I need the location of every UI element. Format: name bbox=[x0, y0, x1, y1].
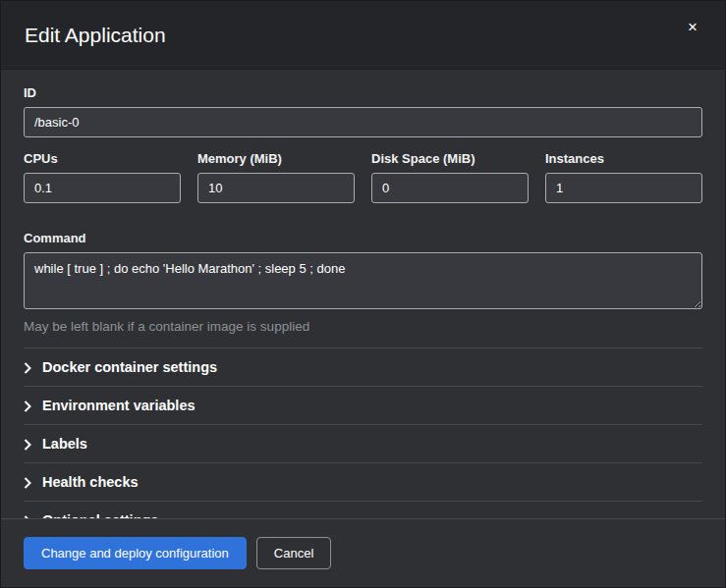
section-environment-variables[interactable]: Environment variables bbox=[24, 386, 702, 424]
modal-body: ID CPUs Memory (MiB) Disk Space (MiB) In… bbox=[1, 70, 725, 518]
command-field-group: Command while [ true ] ; do echo 'Hello … bbox=[24, 231, 702, 334]
instances-input[interactable] bbox=[545, 173, 702, 203]
modal-footer: Change and deploy configuration Cancel bbox=[1, 518, 725, 587]
section-label: Labels bbox=[42, 436, 87, 452]
id-label: ID bbox=[24, 85, 702, 100]
disk-label: Disk Space (MiB) bbox=[371, 151, 529, 166]
memory-label: Memory (MiB) bbox=[197, 151, 355, 166]
modal-header: Edit Application × bbox=[1, 1, 725, 70]
cpus-label: CPUs bbox=[24, 151, 181, 166]
chevron-right-icon bbox=[24, 439, 31, 451]
chevron-right-icon bbox=[24, 401, 31, 412]
edit-application-modal: Edit Application × ID CPUs Memory (MiB) … bbox=[0, 0, 726, 588]
id-input[interactable] bbox=[24, 107, 702, 137]
collapsible-sections: Docker container settings Environment va… bbox=[24, 347, 702, 518]
memory-input[interactable] bbox=[197, 173, 355, 203]
resources-row: CPUs Memory (MiB) Disk Space (MiB) Insta… bbox=[24, 151, 702, 217]
instances-label: Instances bbox=[545, 151, 702, 166]
cpus-input[interactable] bbox=[24, 173, 181, 203]
close-icon[interactable]: × bbox=[684, 15, 701, 39]
section-optional-settings[interactable]: Optional settings bbox=[24, 501, 702, 518]
command-input[interactable]: while [ true ] ; do echo 'Hello Marathon… bbox=[24, 252, 702, 309]
section-label: Health checks bbox=[42, 474, 139, 490]
section-label: Docker container settings bbox=[42, 359, 217, 375]
disk-input[interactable] bbox=[371, 173, 529, 203]
id-field-group: ID bbox=[24, 85, 702, 137]
chevron-right-icon bbox=[24, 362, 31, 374]
command-label: Command bbox=[24, 231, 702, 245]
section-health-checks[interactable]: Health checks bbox=[24, 462, 702, 501]
cancel-button[interactable]: Cancel bbox=[256, 537, 331, 569]
chevron-right-icon bbox=[24, 477, 31, 489]
modal-title: Edit Application bbox=[25, 24, 166, 47]
section-docker-container-settings[interactable]: Docker container settings bbox=[24, 347, 702, 386]
memory-field-group: Memory (MiB) bbox=[197, 151, 355, 203]
change-and-deploy-button[interactable]: Change and deploy configuration bbox=[24, 537, 247, 569]
cpus-field-group: CPUs bbox=[24, 151, 181, 203]
disk-field-group: Disk Space (MiB) bbox=[371, 151, 529, 203]
section-labels[interactable]: Labels bbox=[24, 424, 702, 462]
command-help-text: May be left blank if a container image i… bbox=[24, 319, 702, 334]
instances-field-group: Instances bbox=[545, 151, 702, 203]
section-label: Environment variables bbox=[42, 398, 195, 413]
